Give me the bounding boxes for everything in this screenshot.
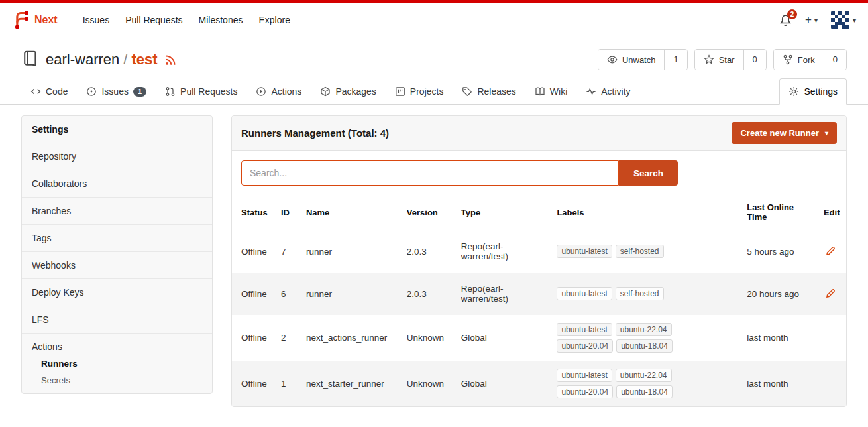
star-icon [704, 54, 714, 65]
sidebar-item-deploy-keys[interactable]: Deploy Keys [22, 279, 212, 306]
runner-label-chip: ubuntu-20.04 [557, 385, 613, 398]
unwatch-button[interactable]: Unwatch [598, 50, 665, 70]
fork-label: Fork [798, 55, 815, 65]
create-new-menu[interactable]: + ▾ [805, 13, 818, 27]
runner-label-chip: ubuntu-latest [557, 287, 612, 300]
tab-code[interactable]: Code [21, 78, 77, 105]
repo-separator: / [123, 51, 127, 68]
edit-runner-button[interactable] [824, 245, 837, 258]
runner-label-chip: ubuntu-latest [557, 245, 612, 258]
runners-panel: Runners Management (Total: 4) Create new… [231, 115, 847, 407]
book-icon [535, 86, 545, 97]
sidebar-item-repository[interactable]: Repository [22, 143, 212, 170]
tab-actions[interactable]: Actions [246, 78, 311, 105]
notifications-button[interactable]: 2 [779, 14, 792, 27]
repo-title: earl-warren / test [46, 51, 177, 68]
labels-list: ubuntu-latestself-hosted [557, 287, 706, 300]
notification-count-badge: 2 [787, 9, 797, 19]
header-version: Version [402, 194, 456, 230]
issue-icon [86, 86, 97, 97]
tab-settings[interactable]: Settings [779, 78, 847, 105]
user-menu[interactable]: ▾ [831, 11, 856, 29]
pull-request-icon [165, 86, 176, 97]
runner-edit-cell [818, 361, 846, 406]
runner-last-online: 5 hours ago [741, 230, 818, 273]
runner-name: next_actions_runner [301, 315, 402, 361]
runner-edit-cell [818, 230, 846, 273]
search-button[interactable]: Search [619, 160, 678, 186]
table-header-row: Status ID Name Version Type Labels Last … [232, 194, 846, 230]
watchers-count[interactable]: 1 [664, 50, 686, 70]
repo-name-link[interactable]: test [131, 51, 157, 68]
tab-projects[interactable]: Projects [386, 78, 453, 105]
create-runner-button[interactable]: Create new Runner ▾ [732, 122, 837, 144]
repo-owner-link[interactable]: earl-warren [46, 51, 119, 68]
forgejo-logo[interactable] [12, 11, 30, 29]
fork-icon [783, 54, 793, 65]
sidebar-group-actions: Actions Runners Secrets [22, 334, 212, 393]
runner-type: Global [456, 315, 552, 361]
runner-type: Global [456, 361, 552, 406]
sidebar-item-secrets[interactable]: Secrets [41, 375, 202, 385]
nav-item-issues[interactable]: Issues [75, 9, 117, 30]
chevron-down-icon: ▾ [853, 17, 856, 24]
runner-label-chip: self-hosted [616, 287, 664, 300]
header-last-online-time: Last Online Time [741, 194, 818, 230]
tab-label: Projects [410, 86, 444, 97]
runner-status: Offline [232, 273, 276, 315]
labels-list: ubuntu-latestself-hosted [557, 245, 706, 258]
tab-wiki[interactable]: Wiki [525, 78, 576, 105]
project-board-icon [395, 86, 406, 97]
header-edit: Edit [818, 194, 846, 230]
sidebar-item-collaborators[interactable]: Collaborators [22, 170, 212, 198]
nav-item-pull-requests[interactable]: Pull Requests [117, 9, 190, 30]
header-labels: Labels [551, 194, 741, 230]
package-icon [320, 86, 331, 97]
stars-count[interactable]: 0 [743, 50, 766, 70]
nav-item-milestones[interactable]: Milestones [191, 9, 251, 30]
search-input[interactable] [241, 160, 619, 186]
runner-label-chip: ubuntu-20.04 [557, 339, 613, 353]
runner-label-chip: ubuntu-18.04 [616, 339, 673, 353]
tab-label: Issues [101, 86, 128, 97]
runner-version: Unknown [402, 315, 456, 361]
rss-icon [164, 54, 177, 66]
runners-panel-header: Runners Management (Total: 4) Create new… [232, 116, 846, 151]
sidebar-item-webhooks[interactable]: Webhooks [22, 252, 212, 279]
runner-version: 2.0.3 [402, 273, 456, 315]
repo-actions: Unwatch 1 Star 0 Fork 0 [598, 49, 847, 70]
sidebar-item-runners[interactable]: Runners [41, 359, 202, 369]
sidebar-item-lfs[interactable]: LFS [22, 306, 212, 334]
runner-id: 1 [276, 361, 301, 406]
star-button[interactable]: Star [695, 50, 743, 70]
tab-pull-requests[interactable]: Pull Requests [156, 78, 246, 105]
runner-version: 2.0.3 [402, 230, 456, 273]
sidebar-item-actions[interactable]: Actions [32, 341, 202, 352]
labels-list: ubuntu-latestubuntu-22.04ubuntu-20.04ubu… [557, 323, 706, 353]
rss-feed-button[interactable] [164, 54, 177, 66]
top-navbar: Next Issues Pull Requests Milestones Exp… [0, 3, 868, 37]
sidebar-item-branches[interactable]: Branches [22, 198, 212, 225]
table-row: Offline6runner2.0.3Repo(earl-warren/test… [232, 273, 846, 315]
issues-count-badge: 1 [133, 87, 146, 97]
runner-status: Offline [232, 230, 276, 273]
runner-label-chip: ubuntu-latest [557, 369, 612, 382]
fork-button-group: Fork 0 [773, 49, 847, 70]
tab-issues[interactable]: Issues 1 [77, 78, 156, 105]
brand-next[interactable]: Next [34, 14, 58, 26]
runner-label-chip: self-hosted [616, 245, 664, 258]
watch-button-group: Unwatch 1 [598, 49, 688, 70]
runner-labels-cell: ubuntu-latestself-hosted [551, 273, 741, 315]
nav-item-explore[interactable]: Explore [250, 9, 298, 30]
tab-releases[interactable]: Releases [453, 78, 525, 105]
sidebar-item-tags[interactable]: Tags [22, 225, 212, 252]
tab-packages[interactable]: Packages [311, 78, 385, 105]
fork-button[interactable]: Fork [774, 50, 824, 70]
tag-icon [462, 86, 472, 97]
forks-count[interactable]: 0 [824, 50, 846, 70]
header-type: Type [456, 194, 552, 230]
edit-runner-button[interactable] [824, 287, 837, 300]
star-label: Star [719, 55, 735, 65]
tab-activity[interactable]: Activity [576, 78, 639, 105]
tab-label: Releases [477, 86, 515, 97]
